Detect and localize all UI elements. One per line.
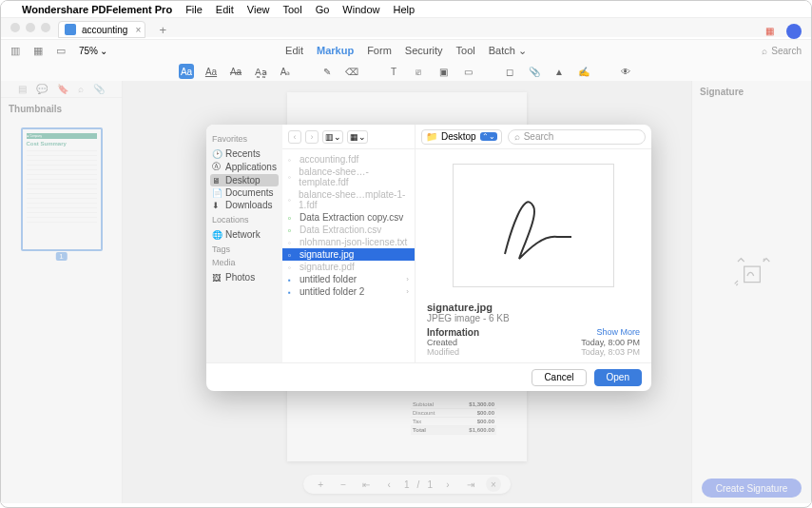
tab-tool[interactable]: Tool xyxy=(456,45,475,57)
documents-icon: 📄 xyxy=(212,188,222,198)
file-item-folder[interactable]: ▪untitled folder 2› xyxy=(282,285,415,298)
file-item-selected[interactable]: ▫signature.jpg xyxy=(282,248,415,261)
sidebar-toggle-icon[interactable]: ▥ xyxy=(10,45,24,58)
file-item[interactable]: ◦nlohmann-json-license.txt xyxy=(282,236,415,248)
tab-markup[interactable]: Markup xyxy=(317,45,354,57)
location-dropdown[interactable]: 📁 Desktop ⌃⌄ xyxy=(421,129,502,145)
stamp-tool-icon[interactable]: ▲ xyxy=(551,64,567,79)
created-value: Today, 8:00 PM xyxy=(581,338,640,347)
file-icon: ◦ xyxy=(288,264,296,271)
underline-tool-icon[interactable]: Aa xyxy=(203,64,219,79)
minimize-window-dot[interactable] xyxy=(26,23,35,32)
locations-header: Locations xyxy=(212,215,277,225)
sidebar-desktop[interactable]: 🖥Desktop xyxy=(210,174,279,186)
menu-view[interactable]: View xyxy=(247,4,270,15)
zoom-dropdown[interactable]: 75%⌄ xyxy=(79,46,107,56)
tab-form[interactable]: Form xyxy=(367,45,392,57)
file-icon: ◦ xyxy=(288,173,295,181)
file-column: ‹ › ▥⌄ ▦⌄ ◦accounting.fdf ◦balance-shee…… xyxy=(282,125,416,362)
menu-edit[interactable]: Edit xyxy=(216,4,234,15)
chevron-right-icon: › xyxy=(406,275,409,283)
file-item[interactable]: ◦signature.pdf xyxy=(282,261,415,273)
file-item[interactable]: ▫Data Extraction.csv xyxy=(282,224,415,236)
note-tool-icon[interactable]: ▣ xyxy=(435,64,451,79)
cancel-button[interactable]: Cancel xyxy=(532,369,586,386)
new-tab-button[interactable]: + xyxy=(159,23,166,37)
sidebar-photos[interactable]: 🖼Photos xyxy=(210,271,279,283)
close-tab-icon[interactable]: × xyxy=(136,25,142,35)
view-options-button[interactable]: ▦⌄ xyxy=(347,130,368,144)
file-open-dialog: Favorites 🕑Recents ⒶApplications 🖥Deskto… xyxy=(206,125,651,391)
attachment-tool-icon[interactable]: 📎 xyxy=(527,64,542,79)
preview-filename: signature.jpg xyxy=(427,302,640,313)
modified-value: Today, 8:03 PM xyxy=(581,347,640,357)
csv-file-icon: ▫ xyxy=(288,214,296,222)
shapes-tool-icon[interactable]: ◻ xyxy=(502,64,517,79)
strikethrough-tool-icon[interactable]: Aa xyxy=(228,64,243,79)
user-avatar[interactable] xyxy=(786,24,802,39)
page-view-icon[interactable]: ▭ xyxy=(56,45,69,58)
file-item[interactable]: ◦balance-shee…mplate-1-1.fdf xyxy=(282,188,415,211)
sidebar-documents[interactable]: 📄Documents xyxy=(210,186,279,199)
preview-info: signature.jpg JPEG image - 6 KB Informat… xyxy=(416,302,651,362)
favorites-header: Favorites xyxy=(212,134,277,144)
highlight-tool-icon[interactable]: Aa xyxy=(179,64,194,79)
menu-file[interactable]: File xyxy=(185,4,203,15)
view-columns-button[interactable]: ▥⌄ xyxy=(322,130,343,144)
search-placeholder: Search xyxy=(524,131,554,142)
sidebar-downloads[interactable]: ⬇Downloads xyxy=(210,199,279,211)
close-window-dot[interactable] xyxy=(10,23,20,32)
file-preview-column: 📁 Desktop ⌃⌄ ⌕ Search signature.jpg xyxy=(416,125,651,362)
chevron-down-icon: ⌄ xyxy=(518,45,527,56)
search-icon: ⌕ xyxy=(762,46,767,56)
dialog-search[interactable]: ⌕ Search xyxy=(508,129,646,145)
chevron-right-icon: › xyxy=(406,287,409,296)
open-button[interactable]: Open xyxy=(594,369,642,386)
tab-accounting[interactable]: accounting × xyxy=(58,21,145,38)
file-item[interactable]: ◦balance-shee…-template.fdf xyxy=(282,166,415,188)
tab-security[interactable]: Security xyxy=(405,45,443,57)
maximize-window-dot[interactable] xyxy=(41,23,50,32)
eraser-tool-icon[interactable]: ⌫ xyxy=(344,64,359,79)
menu-help[interactable]: Help xyxy=(393,4,415,15)
tab-edit[interactable]: Edit xyxy=(285,45,303,57)
sidebar-recents[interactable]: 🕑Recents xyxy=(210,147,279,160)
search-box[interactable]: ⌕ Search xyxy=(762,46,802,56)
signature-tool-icon[interactable]: ✍ xyxy=(576,64,591,79)
macos-menubar: Wondershare PDFelement Pro File Edit Vie… xyxy=(1,1,811,18)
csv-file-icon: ▫ xyxy=(288,226,296,234)
text-box-tool-icon[interactable]: T xyxy=(386,64,401,79)
nav-back-button[interactable]: ‹ xyxy=(288,130,301,144)
tab-batch[interactable]: Batch ⌄ xyxy=(489,45,527,57)
grid-view-icon[interactable]: ▦ xyxy=(33,45,47,58)
file-item-folder[interactable]: ▪untitled folder› xyxy=(282,273,415,285)
tab-title: accounting xyxy=(82,25,127,35)
callout-tool-icon[interactable]: ⎚ xyxy=(411,64,426,79)
document-tabs: accounting × + xyxy=(58,20,166,39)
file-item[interactable]: ◦accounting.fdf xyxy=(282,153,415,166)
sidebar-network[interactable]: 🌐Network xyxy=(210,228,279,241)
menu-window[interactable]: Window xyxy=(342,4,379,15)
show-more-link[interactable]: Show More xyxy=(596,327,640,338)
caret-tool-icon[interactable]: Aₐ xyxy=(278,64,293,79)
apps-grid-icon[interactable]: ▦ xyxy=(765,26,779,39)
app-name[interactable]: Wondershare PDFelement Pro xyxy=(22,4,172,15)
dialog-sidebar: Favorites 🕑Recents ⒶApplications 🖥Deskto… xyxy=(206,125,282,362)
sidebar-applications[interactable]: ⒶApplications xyxy=(210,160,279,174)
pencil-tool-icon[interactable]: ✎ xyxy=(319,64,335,79)
folder-icon: 📁 xyxy=(426,131,437,142)
hide-tool-icon[interactable]: 👁 xyxy=(618,64,633,79)
clock-icon: 🕑 xyxy=(212,149,222,159)
menu-go[interactable]: Go xyxy=(316,4,330,15)
nav-forward-button[interactable]: › xyxy=(305,130,319,144)
menu-tool[interactable]: Tool xyxy=(282,4,301,15)
file-item[interactable]: ▫Data Extraction copy.csv xyxy=(282,211,415,224)
squiggly-tool-icon[interactable]: A̰a̰ xyxy=(253,64,268,79)
file-icon: ◦ xyxy=(288,196,295,204)
network-icon: 🌐 xyxy=(212,230,222,240)
area-tool-icon[interactable]: ▭ xyxy=(460,64,475,79)
modified-label: Modified xyxy=(427,347,459,357)
location-name: Desktop xyxy=(441,131,476,142)
preview-toolbar: 📁 Desktop ⌃⌄ ⌕ Search xyxy=(416,125,651,149)
search-placeholder: Search xyxy=(771,46,802,56)
